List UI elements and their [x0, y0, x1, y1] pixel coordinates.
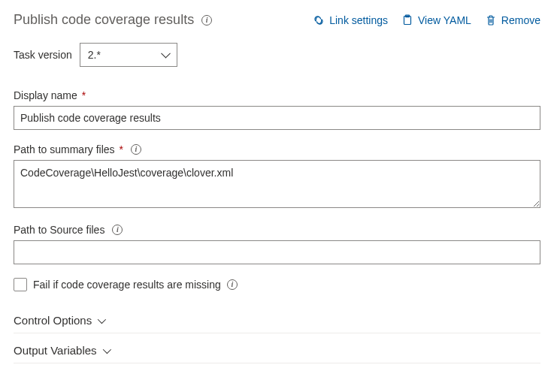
link-settings-button[interactable]: Link settings [313, 14, 388, 26]
title-group: Publish code coverage results i [14, 12, 212, 28]
output-variables-label: Output Variables [14, 344, 97, 357]
display-name-input[interactable] [14, 106, 540, 130]
source-path-label: Path to Source files [14, 224, 104, 236]
info-icon[interactable]: i [201, 15, 212, 26]
info-icon[interactable]: i [227, 279, 238, 290]
link-icon [313, 14, 325, 26]
link-settings-label: Link settings [329, 14, 388, 26]
source-path-input[interactable] [14, 240, 540, 264]
source-path-group: Path to Source files i [14, 224, 540, 264]
page-title: Publish code coverage results [14, 12, 194, 28]
summary-path-input[interactable] [14, 160, 540, 208]
task-version-dropdown[interactable]: 2.* [80, 43, 177, 67]
trash-icon [485, 14, 497, 26]
clipboard-icon [401, 14, 413, 26]
display-name-label: Display name * [14, 89, 86, 101]
header-actions: Link settings View YAML Remove [313, 14, 540, 26]
display-name-group: Display name * [14, 89, 540, 130]
view-yaml-button[interactable]: View YAML [401, 14, 471, 26]
summary-path-label: Path to summary files * [14, 143, 123, 155]
info-icon[interactable]: i [112, 225, 123, 235]
task-version-row: Task version 2.* [14, 43, 540, 67]
remove-label: Remove [501, 14, 540, 26]
control-options-section[interactable]: Control Options [14, 308, 540, 333]
task-version-label: Task version [14, 49, 72, 61]
output-variables-section[interactable]: Output Variables [14, 338, 540, 363]
fail-if-missing-checkbox[interactable] [14, 278, 27, 291]
summary-path-group: Path to summary files * i [14, 143, 540, 210]
required-marker: * [79, 89, 86, 101]
view-yaml-label: View YAML [418, 14, 471, 26]
fail-if-missing-row: Fail if code coverage results are missin… [14, 278, 540, 291]
info-icon[interactable]: i [131, 144, 141, 155]
chevron-down-icon [102, 345, 110, 353]
task-header: Publish code coverage results i Link set… [14, 12, 540, 28]
chevron-down-icon [98, 315, 106, 323]
fail-if-missing-label: Fail if code coverage results are missin… [33, 279, 221, 291]
remove-button[interactable]: Remove [485, 14, 540, 26]
required-marker: * [117, 143, 123, 155]
control-options-label: Control Options [14, 314, 92, 327]
task-version-value: 2.* [88, 49, 101, 61]
